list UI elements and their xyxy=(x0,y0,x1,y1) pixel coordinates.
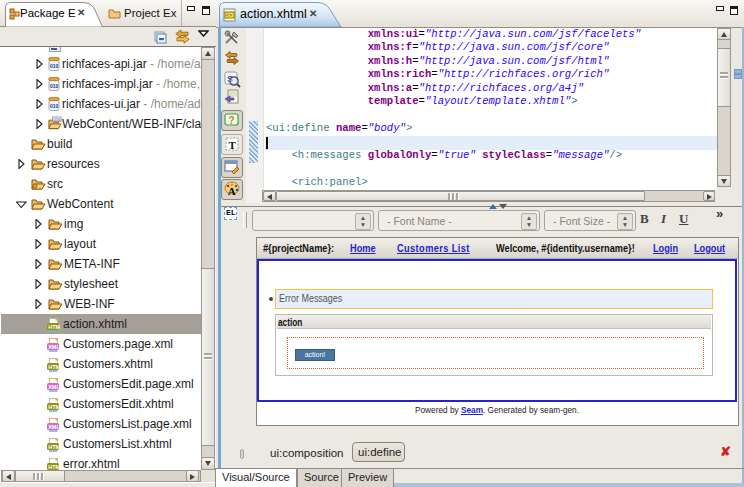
svg-text:016: 016 xyxy=(54,117,61,122)
svg-text:010: 010 xyxy=(50,83,59,89)
svg-text:?: ? xyxy=(229,115,235,126)
svg-text:HTM: HTM xyxy=(48,444,60,450)
svg-text:XML: XML xyxy=(48,344,60,350)
svg-text:HTM: HTM xyxy=(48,364,60,370)
svg-text:T: T xyxy=(229,139,237,151)
svg-text:XML: XML xyxy=(48,424,60,430)
svg-text:010: 010 xyxy=(50,63,59,69)
svg-text:A: A xyxy=(228,185,236,197)
svg-text:010: 010 xyxy=(50,103,59,109)
svg-text:HTM: HTM xyxy=(48,404,60,410)
svg-text:XML: XML xyxy=(48,384,60,390)
svg-text:<>: <> xyxy=(226,12,232,18)
svg-text:HTM: HTM xyxy=(48,324,60,330)
svg-text:HTM: HTM xyxy=(48,464,60,470)
